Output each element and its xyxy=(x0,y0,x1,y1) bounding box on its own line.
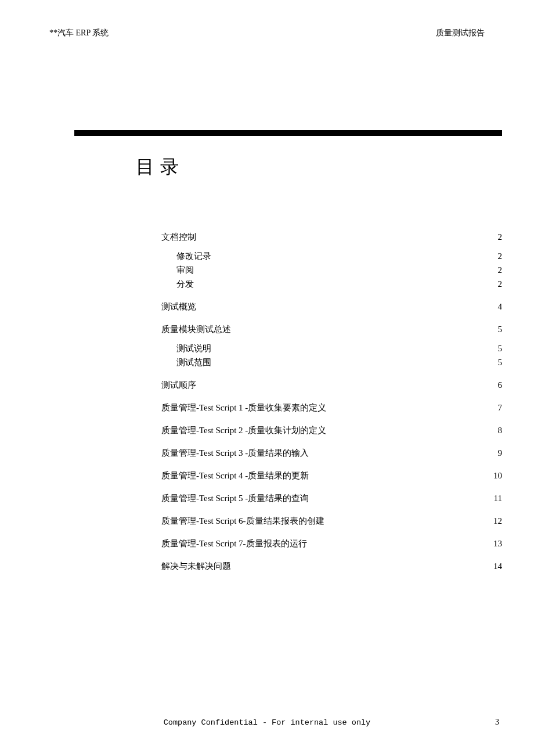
toc-entry-page: 2 xyxy=(488,264,502,276)
toc-entry-page: 10 xyxy=(488,470,502,482)
toc-entry: 质量管理-Test Script 2 -质量收集计划的定义8 xyxy=(161,424,502,437)
toc-entry-page: 9 xyxy=(488,447,502,459)
toc-entry: 质量管理-Test Script 6-质量结果报表的创建12 xyxy=(161,515,502,527)
toc-entry-page: 4 xyxy=(488,301,502,313)
toc-entry-page: 2 xyxy=(488,250,502,262)
toc-title: 目录 xyxy=(136,154,502,180)
toc-entry-label: 质量模块测试总述 xyxy=(161,323,231,336)
toc-entry: 测试范围5 xyxy=(161,357,502,369)
toc-entry-label: 文档控制 xyxy=(161,231,196,243)
toc-entry: 质量管理-Test Script 1 -质量收集要素的定义7 xyxy=(161,402,502,414)
toc-entry-label: 解决与未解决问题 xyxy=(161,560,231,573)
toc-entry-label: 质量管理-Test Script 6-质量结果报表的创建 xyxy=(161,515,324,527)
toc-entry-page: 5 xyxy=(488,323,502,336)
content-area: 目录 文档控制2修改记录2审阅2分发2测试概览4质量模块测试总述5测试说明5测试… xyxy=(136,154,502,573)
toc-entry-page: 8 xyxy=(488,424,502,437)
toc-entry-page: 13 xyxy=(488,538,502,550)
toc-entry: 质量管理-Test Script 3 -质量结果的输入9 xyxy=(161,447,502,459)
toc-entry: 审阅2 xyxy=(161,264,502,276)
toc-entry-page: 5 xyxy=(488,357,502,369)
document-header: **汽车 ERP 系统 质量测试报告 xyxy=(49,28,485,38)
toc-entry-label: 修改记录 xyxy=(176,250,211,262)
toc-entry: 测试顺序6 xyxy=(161,379,502,391)
toc-entry: 分发2 xyxy=(161,278,502,290)
toc-entry-label: 分发 xyxy=(176,278,194,290)
horizontal-rule xyxy=(74,130,502,136)
toc-entry: 文档控制2 xyxy=(161,231,502,243)
toc-entry-label: 测试概览 xyxy=(161,301,196,313)
toc-entry: 质量管理-Test Script 7-质量报表的运行13 xyxy=(161,538,502,550)
header-left-text: **汽车 ERP 系统 xyxy=(49,28,109,38)
toc-entry-page: 2 xyxy=(488,278,502,290)
toc-entry-label: 质量管理-Test Script 1 -质量收集要素的定义 xyxy=(161,402,326,414)
toc-entry-label: 质量管理-Test Script 3 -质量结果的输入 xyxy=(161,447,309,459)
toc-entry-label: 审阅 xyxy=(176,264,194,276)
toc-entry-page: 7 xyxy=(488,402,502,414)
toc-entry-label: 质量管理-Test Script 4 -质量结果的更新 xyxy=(161,470,309,482)
document-footer: Company Confidential - For internal use … xyxy=(0,718,534,727)
toc-entry-label: 测试顺序 xyxy=(161,379,196,391)
toc-entry-page: 12 xyxy=(488,515,502,527)
toc-entry-label: 质量管理-Test Script 7-质量报表的运行 xyxy=(161,538,307,550)
toc-entry: 质量模块测试总述5 xyxy=(161,323,502,336)
toc-entry-label: 质量管理-Test Script 2 -质量收集计划的定义 xyxy=(161,424,326,437)
page-number: 3 xyxy=(495,718,499,727)
toc-entry: 解决与未解决问题14 xyxy=(161,560,502,573)
toc-entry-page: 6 xyxy=(488,379,502,391)
toc-entry-label: 测试说明 xyxy=(176,343,211,355)
toc-entry: 测试概览4 xyxy=(161,301,502,313)
toc-entry: 修改记录2 xyxy=(161,250,502,262)
toc-entry-page: 5 xyxy=(488,343,502,355)
toc-list: 文档控制2修改记录2审阅2分发2测试概览4质量模块测试总述5测试说明5测试范围5… xyxy=(136,231,502,573)
toc-entry-page: 11 xyxy=(488,492,502,505)
toc-entry: 测试说明5 xyxy=(161,343,502,355)
toc-entry: 质量管理-Test Script 4 -质量结果的更新10 xyxy=(161,470,502,482)
footer-confidential-text: Company Confidential - For internal use … xyxy=(0,718,534,727)
toc-entry: 质量管理-Test Script 5 -质量结果的查询11 xyxy=(161,492,502,505)
toc-entry-page: 14 xyxy=(488,560,502,573)
header-right-text: 质量测试报告 xyxy=(436,28,485,38)
toc-entry-label: 质量管理-Test Script 5 -质量结果的查询 xyxy=(161,492,309,505)
toc-entry-label: 测试范围 xyxy=(176,357,211,369)
toc-entry-page: 2 xyxy=(488,231,502,243)
